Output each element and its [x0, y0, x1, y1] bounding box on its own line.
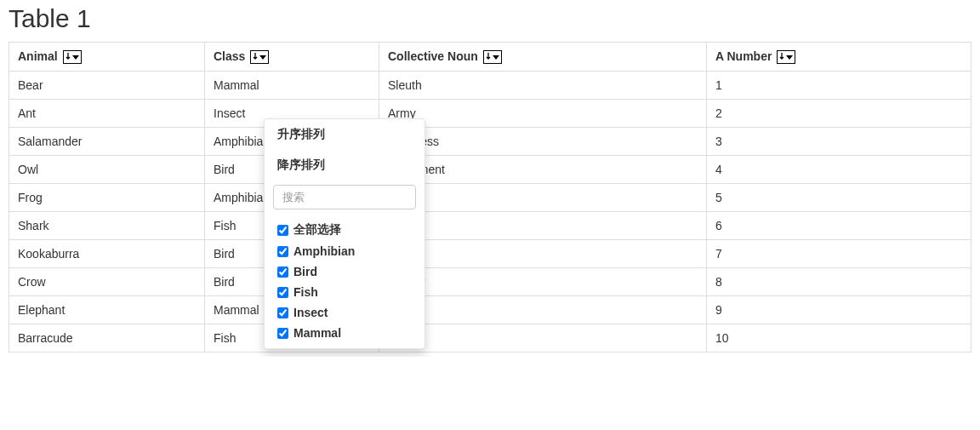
cell-animal: Frog: [9, 184, 205, 212]
filter-icon: [486, 52, 499, 62]
cell-num: 8: [707, 268, 971, 296]
filter-item[interactable]: Bird: [277, 261, 424, 282]
filter-button-number[interactable]: [777, 50, 795, 64]
filter-item[interactable]: Mammal: [277, 323, 424, 343]
filter-item[interactable]: Amphibian: [277, 241, 424, 261]
cell-num: 6: [707, 212, 971, 240]
filter-list[interactable]: 全部选择 Amphibian Bird Fish Insect Mammal: [265, 214, 424, 348]
col-header-number: A Number: [707, 43, 971, 72]
col-label: Animal: [18, 49, 58, 63]
filter-checkbox[interactable]: [277, 267, 288, 278]
col-header-noun: Collective Noun: [379, 43, 707, 72]
cell-noun: Cackle: [379, 240, 707, 268]
filter-item[interactable]: Insect: [277, 302, 424, 323]
cell-noun: Herd: [379, 296, 707, 324]
filter-icon: [66, 52, 79, 62]
cell-noun: Army: [379, 100, 707, 128]
cell-num: 4: [707, 156, 971, 184]
cell-noun: Congress: [379, 128, 707, 156]
cell-num: 2: [707, 100, 971, 128]
cell-noun: Grist: [379, 324, 707, 353]
cell-num: 10: [707, 324, 971, 353]
col-header-class: Class: [205, 43, 379, 72]
table-row: CrowBirdMurder8: [9, 268, 971, 296]
cell-num: 9: [707, 296, 971, 324]
cell-num: 5: [707, 184, 971, 212]
cell-animal: Crow: [9, 268, 205, 296]
cell-animal: Ant: [9, 100, 205, 128]
filter-checkbox[interactable]: [277, 328, 288, 339]
filter-checkbox[interactable]: [277, 287, 288, 298]
filter-icon: [779, 52, 793, 62]
cell-animal: Barracude: [9, 324, 205, 353]
cell-noun: Murder: [379, 268, 707, 296]
cell-animal: Bear: [9, 72, 205, 100]
cell-noun: Parliament: [379, 156, 707, 184]
col-header-animal: Animal: [9, 43, 205, 72]
table-row: KookaburraBirdCackle7: [9, 240, 971, 268]
search-box: [265, 181, 424, 214]
col-label: Class: [214, 49, 245, 63]
page-title: Table 1: [9, 4, 971, 33]
filter-label: Bird: [293, 265, 317, 278]
cell-num: 1: [707, 72, 971, 100]
select-all-checkbox[interactable]: [277, 225, 288, 236]
table-row: OwlBirdParliament4: [9, 156, 971, 184]
sort-desc-option[interactable]: 降序排列: [265, 150, 424, 181]
filter-icon: [253, 52, 266, 62]
cell-noun: Gam: [379, 212, 707, 240]
cell-animal: Shark: [9, 212, 205, 240]
filter-button-class[interactable]: [250, 50, 269, 64]
search-input[interactable]: [273, 185, 416, 209]
filter-checkbox[interactable]: [277, 246, 288, 257]
cell-animal: Owl: [9, 156, 205, 184]
filter-label: Amphibian: [293, 244, 355, 258]
table-row: SalamanderAmphibianCongress3: [9, 128, 971, 156]
sort-asc-option[interactable]: 升序排列: [265, 119, 424, 150]
filter-label: Insect: [293, 306, 328, 319]
cell-noun: Sleuth: [379, 72, 707, 100]
filter-button-animal[interactable]: [63, 50, 82, 64]
cell-class: Mammal: [205, 72, 379, 100]
filter-label: Fish: [293, 285, 318, 299]
col-label: Collective Noun: [388, 49, 478, 63]
filter-item[interactable]: Fish: [277, 282, 424, 302]
filter-label: Mammal: [293, 326, 341, 340]
table-row: BearMammalSleuth1: [9, 72, 971, 100]
cell-num: 7: [707, 240, 971, 268]
filter-dropdown: 升序排列 降序排列 全部选择 Amphibian Bird Fish: [264, 118, 425, 349]
table-row: ElephantMammalHerd9: [9, 296, 971, 324]
cell-noun: Army: [379, 184, 707, 212]
filter-button-noun[interactable]: [483, 50, 502, 64]
filter-item-select-all[interactable]: 全部选择: [277, 219, 424, 241]
col-label: A Number: [715, 49, 772, 63]
table-row: AntInsectArmy2: [9, 100, 971, 128]
table-row: BarracudeFishGrist10: [9, 324, 971, 353]
cell-animal: Elephant: [9, 296, 205, 324]
table-row: FrogAmphibianArmy5: [9, 184, 971, 212]
table-row: SharkFishGam6: [9, 212, 971, 240]
cell-num: 3: [707, 128, 971, 156]
select-all-label: 全部选择: [293, 222, 341, 238]
cell-animal: Salamander: [9, 128, 205, 156]
filter-checkbox[interactable]: [277, 307, 288, 318]
cell-animal: Kookaburra: [9, 240, 205, 268]
data-table: Animal Class: [9, 42, 971, 353]
